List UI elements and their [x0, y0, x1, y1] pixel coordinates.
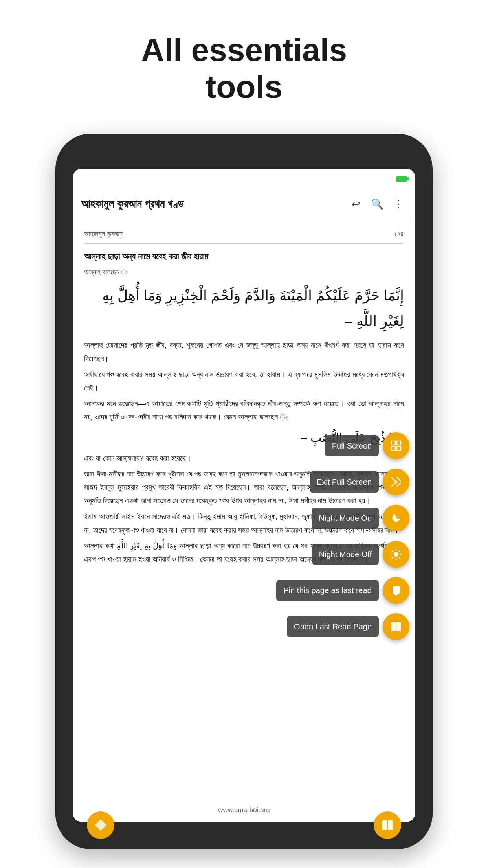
- svg-rect-20: [396, 622, 401, 631]
- svg-rect-19: [391, 622, 396, 631]
- fab-row-night-off: Night Mode Off: [276, 541, 409, 568]
- book-content: আহকামুল কুরআন ২৭৪ আল্লাহ ছাড়া অন্য নামে…: [73, 220, 415, 692]
- bottom-right-btn[interactable]: [374, 811, 401, 839]
- svg-rect-1: [397, 441, 401, 445]
- fab-row-fullscreen: Full Screen: [276, 432, 409, 459]
- svg-line-7: [397, 483, 401, 487]
- toolbar-title: আহকামুল কুরআন প্রথম খণ্ড: [81, 198, 343, 211]
- header-section: All essentials tools: [0, 0, 488, 121]
- back-icon[interactable]: ↩: [347, 196, 365, 213]
- night-mode-on-label: Night Mode On: [312, 508, 379, 529]
- full-screen-label: Full Screen: [325, 435, 379, 456]
- exit-full-screen-button[interactable]: [383, 469, 409, 495]
- page-header: আহকামুল কুরআন ২৭৪: [84, 228, 404, 244]
- svg-point-10: [394, 552, 398, 557]
- svg-line-5: [397, 477, 401, 481]
- svg-rect-2: [391, 447, 395, 451]
- fab-container: Full Screen Exit Full Screen: [276, 432, 409, 645]
- search-icon[interactable]: 🔍: [369, 196, 386, 213]
- header-title-line2: tools: [205, 69, 283, 105]
- svg-line-4: [391, 477, 395, 481]
- app-toolbar: আহকামুল কুরআন প্রথম খণ্ড ↩ 🔍 ⋮: [73, 189, 415, 220]
- arabic-small-label: আল্লাহ বলেছেন ঃ: [84, 267, 404, 278]
- pin-last-read-label: Pin this page as last read: [276, 580, 379, 601]
- arabic-large-text: إِنَّمَا حَرَّمَ عَلَيْكُمُ الْمَيْتَةَ …: [84, 283, 404, 334]
- bengali-text-3: অনেকের মনে করেছেন—এ আয়াতের শেষ কথাটি মূ…: [84, 397, 404, 424]
- exit-full-screen-label: Exit Full Screen: [310, 471, 379, 493]
- phone-screen: আহকামুল কুরআন প্রথম খণ্ড ↩ 🔍 ⋮ আহকামুল ক…: [73, 169, 415, 822]
- fab-row-night-on: Night Mode On: [276, 505, 409, 531]
- battery-icon: [396, 176, 407, 182]
- header-title-line1: All essentials: [141, 32, 347, 68]
- fab-row-exit-fullscreen: Exit Full Screen: [276, 469, 409, 495]
- svg-line-15: [392, 550, 393, 552]
- svg-line-18: [399, 550, 400, 552]
- svg-line-6: [391, 483, 395, 487]
- open-last-read-label: Open Last Read Page: [287, 616, 379, 637]
- svg-rect-21: [382, 820, 387, 830]
- bengali-text-1: আল্লাহু তোমাদের প্রতি মৃত জীব, রক্ত, শূক…: [84, 338, 404, 365]
- header-title: All essentials tools: [0, 31, 488, 106]
- phone-outer: আহকামুল কুরআন প্রথম খণ্ড ↩ 🔍 ⋮ আহকামুল ক…: [55, 134, 433, 849]
- status-bar: [73, 169, 415, 189]
- phone-wrapper: আহকামুল কুরআন প্রথম খণ্ড ↩ 🔍 ⋮ আহকামুল ক…: [55, 134, 433, 849]
- menu-icon[interactable]: ⋮: [390, 196, 407, 213]
- bengali-text-2: অর্থাৎ যে পশু যবেহ করার সময় আল্লাহ ছাড়…: [84, 368, 404, 395]
- pin-last-read-button[interactable]: [383, 577, 409, 604]
- page-header-left: আহকামুল কুরআন: [84, 228, 123, 240]
- night-mode-off-label: Night Mode Off: [312, 544, 379, 565]
- open-last-read-button[interactable]: [383, 613, 409, 640]
- svg-line-17: [392, 557, 393, 559]
- full-screen-button[interactable]: [383, 432, 409, 459]
- svg-rect-0: [391, 441, 395, 445]
- svg-rect-22: [388, 820, 393, 830]
- page-header-right: ২৭৪: [393, 228, 404, 240]
- bottom-left-btn[interactable]: [87, 811, 114, 839]
- phone-bottom-icons: [55, 811, 433, 839]
- svg-rect-3: [397, 447, 401, 451]
- night-mode-on-button[interactable]: [383, 505, 409, 531]
- svg-line-16: [399, 557, 400, 559]
- fab-row-pin: Pin this page as last read: [276, 577, 409, 604]
- fab-row-open-last-read: Open Last Read Page: [276, 613, 409, 640]
- night-mode-off-button[interactable]: [383, 541, 409, 568]
- chapter-title: আল্লাহ ছাড়া অন্য নামে যবেহ করা জীব হারা…: [84, 249, 404, 264]
